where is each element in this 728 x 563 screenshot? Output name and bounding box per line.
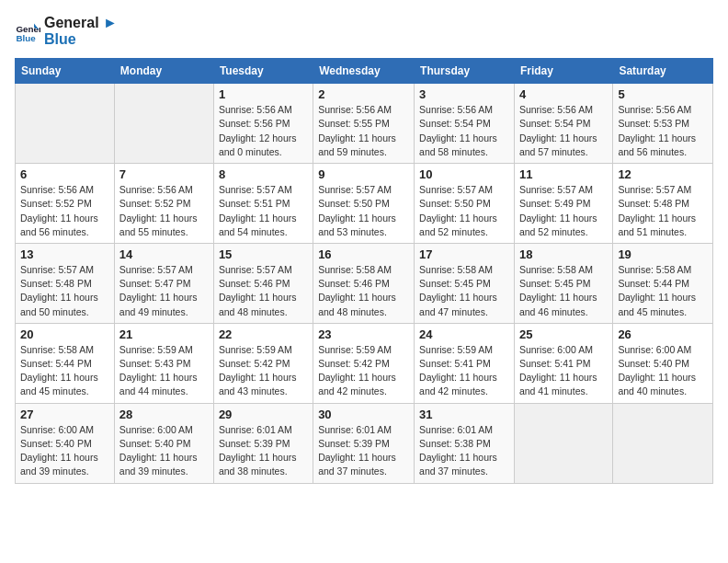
day-info: Sunrise: 5:57 AMSunset: 5:48 PMDaylight:… [20, 263, 109, 319]
calendar-cell: 12Sunrise: 5:57 AMSunset: 5:48 PMDayligh… [613, 164, 713, 244]
day-number: 14 [119, 247, 209, 261]
day-info: Sunrise: 5:56 AMSunset: 5:56 PMDaylight:… [219, 103, 308, 159]
calendar-cell: 9Sunrise: 5:57 AMSunset: 5:50 PMDaylight… [313, 164, 415, 244]
day-info: Sunrise: 5:56 AMSunset: 5:53 PMDaylight:… [618, 103, 708, 159]
day-info: Sunrise: 5:57 AMSunset: 5:49 PMDaylight:… [519, 183, 608, 239]
calendar-cell [16, 84, 115, 164]
calendar-cell: 20Sunrise: 5:58 AMSunset: 5:44 PMDayligh… [16, 323, 115, 403]
day-number: 30 [318, 408, 409, 421]
day-info: Sunrise: 6:01 AMSunset: 5:39 PMDaylight:… [318, 423, 409, 479]
calendar-cell: 13Sunrise: 5:57 AMSunset: 5:48 PMDayligh… [16, 243, 115, 323]
day-info: Sunrise: 5:58 AMSunset: 5:44 PMDaylight:… [618, 263, 708, 319]
day-number: 2 [318, 87, 409, 101]
day-info: Sunrise: 5:59 AMSunset: 5:43 PMDaylight:… [119, 343, 209, 399]
day-number: 18 [519, 247, 608, 261]
day-info: Sunrise: 6:00 AMSunset: 5:40 PMDaylight:… [119, 423, 209, 479]
calendar-body: 1Sunrise: 5:56 AMSunset: 5:56 PMDaylight… [16, 84, 713, 483]
day-number: 11 [519, 167, 608, 181]
calendar-cell: 2Sunrise: 5:56 AMSunset: 5:55 PMDaylight… [313, 84, 415, 164]
calendar-cell: 11Sunrise: 5:57 AMSunset: 5:49 PMDayligh… [514, 164, 612, 244]
calendar-cell: 5Sunrise: 5:56 AMSunset: 5:53 PMDaylight… [613, 84, 713, 164]
calendar-week-row: 6Sunrise: 5:56 AMSunset: 5:52 PMDaylight… [16, 164, 713, 244]
calendar-cell: 22Sunrise: 5:59 AMSunset: 5:42 PMDayligh… [213, 323, 313, 403]
calendar-cell: 4Sunrise: 5:56 AMSunset: 5:54 PMDaylight… [514, 84, 612, 164]
weekday-header-cell: Monday [114, 59, 213, 84]
day-number: 27 [20, 408, 109, 421]
day-number: 22 [219, 327, 308, 341]
day-info: Sunrise: 5:56 AMSunset: 5:52 PMDaylight:… [20, 183, 109, 239]
weekday-header-cell: Wednesday [313, 59, 415, 84]
day-info: Sunrise: 5:57 AMSunset: 5:46 PMDaylight:… [219, 263, 308, 319]
calendar-cell: 14Sunrise: 5:57 AMSunset: 5:47 PMDayligh… [114, 243, 213, 323]
day-number: 23 [318, 327, 409, 341]
calendar-cell: 19Sunrise: 5:58 AMSunset: 5:44 PMDayligh… [613, 243, 713, 323]
day-info: Sunrise: 5:56 AMSunset: 5:52 PMDaylight:… [119, 183, 209, 239]
page-header: General Blue General ► Blue [15, 15, 713, 47]
svg-text:Blue: Blue [16, 33, 36, 43]
day-number: 19 [618, 247, 708, 261]
calendar-cell: 21Sunrise: 5:59 AMSunset: 5:43 PMDayligh… [114, 323, 213, 403]
day-number: 15 [219, 247, 308, 261]
day-number: 10 [419, 167, 509, 181]
calendar-cell: 26Sunrise: 6:00 AMSunset: 5:40 PMDayligh… [613, 323, 713, 403]
calendar-cell: 29Sunrise: 6:01 AMSunset: 5:39 PMDayligh… [213, 403, 313, 483]
calendar-cell: 15Sunrise: 5:57 AMSunset: 5:46 PMDayligh… [213, 243, 313, 323]
day-number: 7 [119, 167, 209, 181]
calendar-week-row: 27Sunrise: 6:00 AMSunset: 5:40 PMDayligh… [16, 403, 713, 483]
calendar-week-row: 1Sunrise: 5:56 AMSunset: 5:56 PMDaylight… [16, 84, 713, 164]
day-number: 12 [618, 167, 708, 181]
day-number: 21 [119, 327, 209, 341]
calendar-cell: 31Sunrise: 6:01 AMSunset: 5:38 PMDayligh… [415, 403, 515, 483]
day-info: Sunrise: 5:59 AMSunset: 5:42 PMDaylight:… [219, 343, 308, 399]
weekday-header-row: SundayMondayTuesdayWednesdayThursdayFrid… [16, 59, 713, 84]
day-info: Sunrise: 5:57 AMSunset: 5:48 PMDaylight:… [618, 183, 708, 239]
day-info: Sunrise: 5:58 AMSunset: 5:46 PMDaylight:… [318, 263, 409, 319]
calendar-cell: 24Sunrise: 5:59 AMSunset: 5:41 PMDayligh… [415, 323, 515, 403]
calendar-cell: 1Sunrise: 5:56 AMSunset: 5:56 PMDaylight… [213, 84, 313, 164]
calendar-table: SundayMondayTuesdayWednesdayThursdayFrid… [15, 58, 713, 483]
day-info: Sunrise: 5:58 AMSunset: 5:44 PMDaylight:… [20, 343, 109, 399]
day-info: Sunrise: 5:59 AMSunset: 5:41 PMDaylight:… [419, 343, 509, 399]
day-info: Sunrise: 6:00 AMSunset: 5:40 PMDaylight:… [618, 343, 708, 399]
logo-icon: General Blue [15, 18, 40, 44]
calendar-cell: 16Sunrise: 5:58 AMSunset: 5:46 PMDayligh… [313, 243, 415, 323]
calendar-cell: 3Sunrise: 5:56 AMSunset: 5:54 PMDaylight… [415, 84, 515, 164]
calendar-cell: 23Sunrise: 5:59 AMSunset: 5:42 PMDayligh… [313, 323, 415, 403]
day-number: 17 [419, 247, 509, 261]
day-info: Sunrise: 6:00 AMSunset: 5:40 PMDaylight:… [20, 423, 109, 479]
calendar-cell: 10Sunrise: 5:57 AMSunset: 5:50 PMDayligh… [415, 164, 515, 244]
day-info: Sunrise: 5:57 AMSunset: 5:47 PMDaylight:… [119, 263, 209, 319]
calendar-cell [514, 403, 612, 483]
calendar-cell: 7Sunrise: 5:56 AMSunset: 5:52 PMDaylight… [114, 164, 213, 244]
weekday-header-cell: Saturday [613, 59, 713, 84]
day-info: Sunrise: 6:00 AMSunset: 5:41 PMDaylight:… [519, 343, 608, 399]
calendar-cell: 28Sunrise: 6:00 AMSunset: 5:40 PMDayligh… [114, 403, 213, 483]
calendar-cell: 30Sunrise: 6:01 AMSunset: 5:39 PMDayligh… [313, 403, 415, 483]
logo: General Blue General ► Blue [15, 15, 118, 47]
day-number: 4 [519, 87, 608, 101]
day-info: Sunrise: 5:56 AMSunset: 5:54 PMDaylight:… [419, 103, 509, 159]
day-number: 13 [20, 247, 109, 261]
day-number: 9 [318, 167, 409, 181]
day-number: 28 [119, 408, 209, 421]
calendar-cell: 6Sunrise: 5:56 AMSunset: 5:52 PMDaylight… [16, 164, 115, 244]
day-info: Sunrise: 5:56 AMSunset: 5:54 PMDaylight:… [519, 103, 608, 159]
day-info: Sunrise: 5:57 AMSunset: 5:51 PMDaylight:… [219, 183, 308, 239]
day-number: 20 [20, 327, 109, 341]
day-number: 1 [219, 87, 308, 101]
calendar-week-row: 13Sunrise: 5:57 AMSunset: 5:48 PMDayligh… [16, 243, 713, 323]
day-info: Sunrise: 5:59 AMSunset: 5:42 PMDaylight:… [318, 343, 409, 399]
day-number: 31 [419, 408, 509, 421]
weekday-header-cell: Friday [514, 59, 612, 84]
weekday-header-cell: Sunday [16, 59, 115, 84]
day-info: Sunrise: 5:58 AMSunset: 5:45 PMDaylight:… [419, 263, 509, 319]
calendar-cell [114, 84, 213, 164]
day-number: 6 [20, 167, 109, 181]
day-info: Sunrise: 6:01 AMSunset: 5:38 PMDaylight:… [419, 423, 509, 479]
day-info: Sunrise: 5:57 AMSunset: 5:50 PMDaylight:… [318, 183, 409, 239]
weekday-header-cell: Tuesday [213, 59, 313, 84]
day-number: 16 [318, 247, 409, 261]
day-info: Sunrise: 5:56 AMSunset: 5:55 PMDaylight:… [318, 103, 409, 159]
day-info: Sunrise: 5:58 AMSunset: 5:45 PMDaylight:… [519, 263, 608, 319]
day-info: Sunrise: 6:01 AMSunset: 5:39 PMDaylight:… [219, 423, 308, 479]
